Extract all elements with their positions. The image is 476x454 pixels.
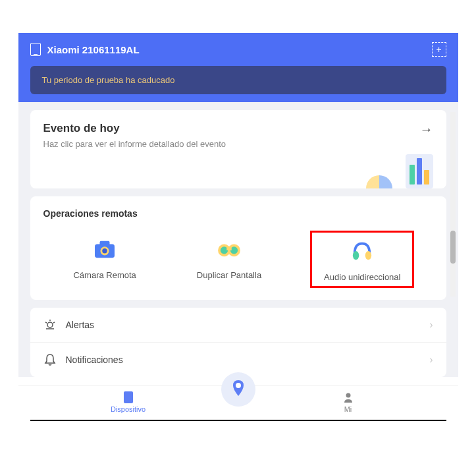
remote-camera-button[interactable]: Cámara Remota [61,231,147,288]
person-icon [342,391,355,404]
remote-camera-label: Cámara Remota [73,270,136,280]
screen-mirror-label: Duplicar Pantalla [197,270,261,280]
location-pin-icon [230,379,246,400]
device-info[interactable]: Xiaomi 21061119AL [30,43,140,56]
camera-icon [90,235,119,264]
chart-decoration-icon [366,154,433,188]
alert-icon [43,318,57,331]
menu-card: Alertas › Notificaciones › [30,308,446,377]
one-way-audio-label: Audio unidireccional [324,272,400,282]
nav-device-tab[interactable]: Dispositivo [18,391,238,413]
add-device-button[interactable]: + [432,42,446,57]
screen-mirror-button[interactable]: Duplicar Pantalla [185,231,273,288]
svg-point-17 [346,393,350,398]
scrollbar-thumb[interactable] [450,231,456,264]
trial-expired-banner[interactable]: Tu periodo de prueba ha caducado [30,66,446,94]
device-nav-icon [122,391,135,404]
one-way-audio-button[interactable]: Audio unidireccional [310,231,414,288]
remote-ops-title: Operaciones remotas [43,208,433,219]
nav-device-label: Dispositivo [111,405,145,413]
trial-banner-text: Tu periodo de prueba ha caducado [42,75,175,85]
chevron-right-icon: › [429,354,433,366]
chevron-right-icon: › [429,319,433,331]
today-event-card[interactable]: Evento de hoy Haz clic para ver el infor… [30,110,446,188]
bell-icon [43,353,57,366]
nav-profile-tab[interactable]: Mi [238,391,458,413]
headphones-icon [348,237,377,266]
svg-point-3 [102,248,107,254]
device-icon [30,43,41,56]
alerts-label: Alertas [66,320,430,330]
event-title: Evento de hoy [43,122,226,135]
svg-rect-8 [226,248,232,250]
bottom-divider [30,420,446,421]
app-header: Xiaomi 21061119AL + [18,33,458,66]
svg-line-13 [45,322,47,323]
svg-point-16 [236,383,241,388]
device-name: Xiaomi 21061119AL [47,44,140,55]
scrollbar-track [450,112,456,297]
location-fab-button[interactable] [221,372,255,407]
svg-point-10 [365,251,371,260]
alerts-menu-item[interactable]: Alertas › [30,308,446,343]
svg-point-11 [47,322,53,327]
event-subtitle: Haz clic para ver el informe detallado d… [43,139,226,149]
main-content: Evento de hoy Haz clic para ver el infor… [18,102,458,377]
arrow-right-icon[interactable]: → [420,122,433,137]
nav-profile-label: Mi [344,405,352,413]
svg-line-14 [53,322,55,323]
remote-operations-card: Operaciones remotas Cámara Remota [30,196,446,300]
notifications-label: Notificaciones [66,355,430,365]
svg-rect-1 [100,241,110,246]
binoculars-icon [215,235,244,264]
svg-point-9 [353,251,359,260]
bottom-navigation: Dispositivo Mi [18,385,458,420]
